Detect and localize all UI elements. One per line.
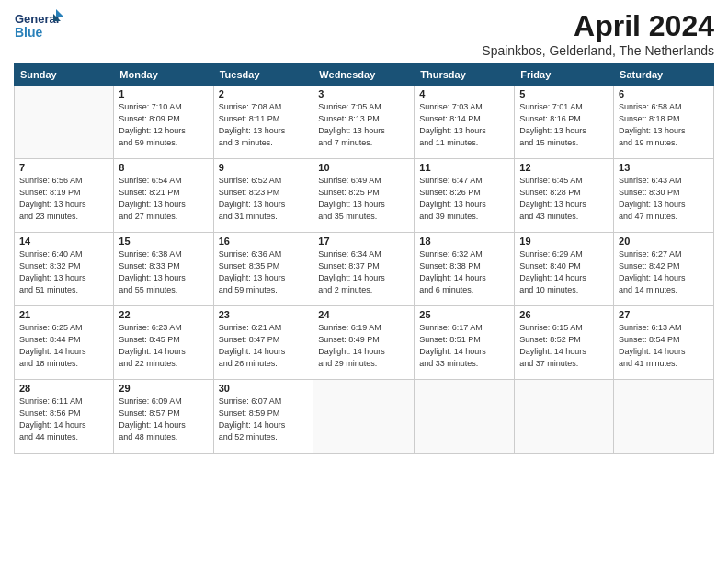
day-number: 25	[419, 309, 509, 320]
day-info: Sunrise: 6:36 AMSunset: 8:35 PMDaylight:…	[219, 248, 309, 296]
calendar-cell: 21Sunrise: 6:25 AMSunset: 8:44 PMDayligh…	[15, 306, 114, 380]
day-number: 17	[318, 236, 409, 247]
day-info: Sunrise: 6:49 AMSunset: 8:25 PMDaylight:…	[318, 175, 409, 223]
calendar-week-3: 14Sunrise: 6:40 AMSunset: 8:32 PMDayligh…	[15, 233, 714, 306]
day-number: 28	[19, 383, 108, 394]
day-info: Sunrise: 6:43 AMSunset: 8:30 PMDaylight:…	[619, 175, 709, 223]
calendar-cell	[313, 380, 415, 454]
calendar-cell: 18Sunrise: 6:32 AMSunset: 8:38 PMDayligh…	[415, 233, 515, 306]
calendar-cell	[415, 380, 515, 454]
calendar-header-row: Sunday Monday Tuesday Wednesday Thursday…	[15, 64, 714, 86]
col-wednesday: Wednesday	[313, 64, 415, 86]
day-info: Sunrise: 6:54 AMSunset: 8:21 PMDaylight:…	[119, 175, 208, 223]
day-number: 2	[219, 88, 309, 99]
day-number: 26	[519, 309, 609, 320]
day-number: 8	[119, 162, 208, 173]
calendar-page: General Blue April 2024 Spainkbos, Gelde…	[0, 0, 728, 563]
calendar-cell: 8Sunrise: 6:54 AMSunset: 8:21 PMDaylight…	[114, 159, 213, 233]
day-info: Sunrise: 6:34 AMSunset: 8:37 PMDaylight:…	[318, 248, 409, 296]
day-number: 27	[619, 309, 709, 320]
day-number: 18	[419, 236, 509, 247]
day-number: 15	[119, 236, 208, 247]
calendar-cell: 9Sunrise: 6:52 AMSunset: 8:23 PMDaylight…	[213, 159, 313, 233]
calendar-cell: 6Sunrise: 6:58 AMSunset: 8:18 PMDaylight…	[614, 86, 714, 159]
day-info: Sunrise: 6:40 AMSunset: 8:32 PMDaylight:…	[19, 248, 108, 296]
day-info: Sunrise: 6:09 AMSunset: 8:57 PMDaylight:…	[119, 396, 208, 443]
day-number: 14	[19, 236, 108, 247]
calendar-week-4: 21Sunrise: 6:25 AMSunset: 8:44 PMDayligh…	[15, 306, 714, 380]
calendar-cell: 13Sunrise: 6:43 AMSunset: 8:30 PMDayligh…	[614, 159, 714, 233]
calendar-table: Sunday Monday Tuesday Wednesday Thursday…	[14, 63, 714, 454]
calendar-week-5: 28Sunrise: 6:11 AMSunset: 8:56 PMDayligh…	[15, 380, 714, 454]
calendar-cell: 20Sunrise: 6:27 AMSunset: 8:42 PMDayligh…	[614, 233, 714, 306]
day-info: Sunrise: 6:19 AMSunset: 8:49 PMDaylight:…	[318, 322, 409, 370]
calendar-cell: 29Sunrise: 6:09 AMSunset: 8:57 PMDayligh…	[114, 380, 213, 454]
day-number: 19	[519, 236, 609, 247]
day-number: 12	[519, 162, 609, 173]
day-info: Sunrise: 6:29 AMSunset: 8:40 PMDaylight:…	[519, 248, 609, 296]
day-number: 20	[619, 236, 709, 247]
day-info: Sunrise: 7:01 AMSunset: 8:16 PMDaylight:…	[519, 101, 609, 149]
col-thursday: Thursday	[415, 64, 515, 86]
day-number: 30	[219, 383, 309, 394]
calendar-cell: 30Sunrise: 6:07 AMSunset: 8:59 PMDayligh…	[213, 380, 313, 454]
day-info: Sunrise: 6:32 AMSunset: 8:38 PMDaylight:…	[419, 248, 509, 296]
calendar-cell: 2Sunrise: 7:08 AMSunset: 8:11 PMDaylight…	[213, 86, 313, 159]
calendar-cell: 5Sunrise: 7:01 AMSunset: 8:16 PMDaylight…	[515, 86, 614, 159]
calendar-cell: 27Sunrise: 6:13 AMSunset: 8:54 PMDayligh…	[614, 306, 714, 380]
day-info: Sunrise: 6:56 AMSunset: 8:19 PMDaylight:…	[19, 175, 108, 223]
calendar-cell: 23Sunrise: 6:21 AMSunset: 8:47 PMDayligh…	[213, 306, 313, 380]
day-info: Sunrise: 6:52 AMSunset: 8:23 PMDaylight:…	[219, 175, 309, 223]
calendar-cell: 16Sunrise: 6:36 AMSunset: 8:35 PMDayligh…	[213, 233, 313, 306]
calendar-cell: 25Sunrise: 6:17 AMSunset: 8:51 PMDayligh…	[415, 306, 515, 380]
day-number: 23	[219, 309, 309, 320]
day-info: Sunrise: 7:08 AMSunset: 8:11 PMDaylight:…	[219, 101, 309, 149]
day-info: Sunrise: 6:13 AMSunset: 8:54 PMDaylight:…	[619, 322, 709, 370]
day-info: Sunrise: 6:47 AMSunset: 8:26 PMDaylight:…	[419, 175, 509, 223]
day-number: 7	[19, 162, 108, 173]
day-info: Sunrise: 6:15 AMSunset: 8:52 PMDaylight:…	[519, 322, 609, 370]
day-info: Sunrise: 6:25 AMSunset: 8:44 PMDaylight:…	[19, 322, 108, 370]
logo: General Blue	[14, 9, 64, 44]
day-number: 10	[318, 162, 409, 173]
calendar-cell: 24Sunrise: 6:19 AMSunset: 8:49 PMDayligh…	[313, 306, 415, 380]
location: Spainkbos, Gelderland, The Netherlands	[482, 43, 714, 58]
day-info: Sunrise: 7:10 AMSunset: 8:09 PMDaylight:…	[119, 101, 208, 149]
calendar-cell: 17Sunrise: 6:34 AMSunset: 8:37 PMDayligh…	[313, 233, 415, 306]
svg-text:Blue: Blue	[15, 25, 43, 40]
calendar-cell: 22Sunrise: 6:23 AMSunset: 8:45 PMDayligh…	[114, 306, 213, 380]
day-number: 9	[219, 162, 309, 173]
day-number: 29	[119, 383, 208, 394]
svg-text:General: General	[15, 12, 59, 26]
day-info: Sunrise: 6:17 AMSunset: 8:51 PMDaylight:…	[419, 322, 509, 370]
col-tuesday: Tuesday	[213, 64, 313, 86]
calendar-cell: 7Sunrise: 6:56 AMSunset: 8:19 PMDaylight…	[15, 159, 114, 233]
calendar-cell: 19Sunrise: 6:29 AMSunset: 8:40 PMDayligh…	[515, 233, 614, 306]
calendar-week-1: 1Sunrise: 7:10 AMSunset: 8:09 PMDaylight…	[15, 86, 714, 159]
calendar-cell: 26Sunrise: 6:15 AMSunset: 8:52 PMDayligh…	[515, 306, 614, 380]
calendar-cell: 10Sunrise: 6:49 AMSunset: 8:25 PMDayligh…	[313, 159, 415, 233]
calendar-cell: 15Sunrise: 6:38 AMSunset: 8:33 PMDayligh…	[114, 233, 213, 306]
calendar-cell: 11Sunrise: 6:47 AMSunset: 8:26 PMDayligh…	[415, 159, 515, 233]
logo-svg: General Blue	[14, 9, 64, 44]
day-number: 1	[119, 88, 208, 99]
day-number: 4	[419, 88, 509, 99]
calendar-cell: 3Sunrise: 7:05 AMSunset: 8:13 PMDaylight…	[313, 86, 415, 159]
calendar-body: 1Sunrise: 7:10 AMSunset: 8:09 PMDaylight…	[15, 86, 714, 454]
calendar-cell: 28Sunrise: 6:11 AMSunset: 8:56 PMDayligh…	[15, 380, 114, 454]
calendar-cell	[15, 86, 114, 159]
calendar-cell: 12Sunrise: 6:45 AMSunset: 8:28 PMDayligh…	[515, 159, 614, 233]
day-number: 5	[519, 88, 609, 99]
day-number: 21	[19, 309, 108, 320]
day-number: 13	[619, 162, 709, 173]
day-info: Sunrise: 7:05 AMSunset: 8:13 PMDaylight:…	[318, 101, 409, 149]
calendar-week-2: 7Sunrise: 6:56 AMSunset: 8:19 PMDaylight…	[15, 159, 714, 233]
day-info: Sunrise: 6:38 AMSunset: 8:33 PMDaylight:…	[119, 248, 208, 296]
day-info: Sunrise: 6:58 AMSunset: 8:18 PMDaylight:…	[619, 101, 709, 149]
month-title: April 2024	[482, 9, 714, 43]
calendar-cell	[515, 380, 614, 454]
day-number: 24	[318, 309, 409, 320]
col-saturday: Saturday	[614, 64, 714, 86]
day-info: Sunrise: 6:23 AMSunset: 8:45 PMDaylight:…	[119, 322, 208, 370]
day-info: Sunrise: 7:03 AMSunset: 8:14 PMDaylight:…	[419, 101, 509, 149]
